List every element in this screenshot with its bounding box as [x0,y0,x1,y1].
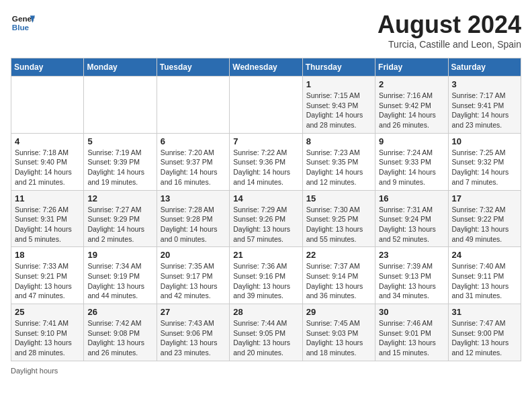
day-info: Sunrise: 7:16 AMSunset: 9:42 PMDaylight:… [379,91,444,130]
calendar-cell [11,77,84,134]
calendar-cell: 1Sunrise: 7:15 AMSunset: 9:43 PMDaylight… [302,77,375,134]
calendar-cell: 29Sunrise: 7:45 AMSunset: 9:03 PMDayligh… [302,304,375,361]
calendar-cell: 11Sunrise: 7:26 AMSunset: 9:31 PMDayligh… [11,190,84,247]
day-info: Sunrise: 7:18 AMSunset: 9:40 PMDaylight:… [15,148,80,187]
calendar-cell: 13Sunrise: 7:28 AMSunset: 9:28 PMDayligh… [157,190,229,247]
day-number: 6 [161,136,226,146]
calendar-cell [84,77,157,134]
day-number: 31 [452,307,517,317]
calendar-cell: 26Sunrise: 7:42 AMSunset: 9:08 PMDayligh… [84,304,157,361]
day-number: 17 [452,193,517,203]
day-info: Sunrise: 7:27 AMSunset: 9:29 PMDaylight:… [87,205,152,244]
calendar-cell: 5Sunrise: 7:19 AMSunset: 9:39 PMDaylight… [84,133,157,190]
day-number: 22 [306,250,371,260]
calendar-cell: 22Sunrise: 7:37 AMSunset: 9:14 PMDayligh… [302,247,375,304]
day-number: 12 [87,193,152,203]
day-header: Tuesday [157,58,229,77]
day-info: Sunrise: 7:20 AMSunset: 9:37 PMDaylight:… [161,148,226,187]
month-title: August 2024 [378,11,521,39]
day-info: Sunrise: 7:28 AMSunset: 9:28 PMDaylight:… [161,205,226,244]
day-info: Sunrise: 7:29 AMSunset: 9:26 PMDaylight:… [233,205,298,244]
calendar-table: SundayMondayTuesdayWednesdayThursdayFrid… [11,58,521,361]
calendar-cell: 12Sunrise: 7:27 AMSunset: 9:29 PMDayligh… [84,190,157,247]
logo-icon: General Blue [11,11,35,35]
day-number: 16 [379,193,444,203]
day-number: 26 [87,307,152,317]
day-info: Sunrise: 7:35 AMSunset: 9:17 PMDaylight:… [161,261,226,301]
calendar-cell: 24Sunrise: 7:40 AMSunset: 9:11 PMDayligh… [448,247,521,304]
svg-text:Blue: Blue [12,23,30,32]
calendar-cell: 25Sunrise: 7:41 AMSunset: 9:10 PMDayligh… [11,304,84,361]
calendar-cell: 8Sunrise: 7:23 AMSunset: 9:35 PMDaylight… [302,133,375,190]
day-number: 30 [379,307,444,317]
day-info: Sunrise: 7:23 AMSunset: 9:35 PMDaylight:… [306,148,371,187]
day-header: Friday [375,58,448,77]
day-info: Sunrise: 7:36 AMSunset: 9:16 PMDaylight:… [233,261,298,301]
day-number: 14 [233,193,298,203]
day-info: Sunrise: 7:32 AMSunset: 9:22 PMDaylight:… [452,205,517,244]
day-number: 13 [161,193,226,203]
footer: Daylight hours [11,367,521,375]
subtitle: Turcia, Castille and Leon, Spain [378,39,521,50]
day-info: Sunrise: 7:24 AMSunset: 9:33 PMDaylight:… [379,148,444,187]
day-header: Monday [84,58,157,77]
day-number: 1 [306,79,371,89]
day-number: 9 [379,136,444,146]
day-info: Sunrise: 7:26 AMSunset: 9:31 PMDaylight:… [15,205,80,244]
calendar-cell: 18Sunrise: 7:33 AMSunset: 9:21 PMDayligh… [11,247,84,304]
calendar-week: 25Sunrise: 7:41 AMSunset: 9:10 PMDayligh… [11,304,521,361]
calendar-cell: 14Sunrise: 7:29 AMSunset: 9:26 PMDayligh… [230,190,302,247]
calendar-cell: 28Sunrise: 7:44 AMSunset: 9:05 PMDayligh… [230,304,302,361]
calendar-cell: 4Sunrise: 7:18 AMSunset: 9:40 PMDaylight… [11,133,84,190]
calendar-cell [230,77,302,134]
calendar-cell: 31Sunrise: 7:47 AMSunset: 9:00 PMDayligh… [448,304,521,361]
calendar-cell: 7Sunrise: 7:22 AMSunset: 9:36 PMDaylight… [230,133,302,190]
day-info: Sunrise: 7:42 AMSunset: 9:08 PMDaylight:… [87,318,152,358]
calendar-cell: 17Sunrise: 7:32 AMSunset: 9:22 PMDayligh… [448,190,521,247]
day-number: 18 [15,250,80,260]
day-info: Sunrise: 7:17 AMSunset: 9:41 PMDaylight:… [452,91,517,130]
day-info: Sunrise: 7:15 AMSunset: 9:43 PMDaylight:… [306,91,371,130]
day-info: Sunrise: 7:46 AMSunset: 9:01 PMDaylight:… [379,318,444,358]
calendar-cell: 23Sunrise: 7:39 AMSunset: 9:13 PMDayligh… [375,247,448,304]
calendar-cell [157,77,229,134]
header: General Blue August 2024 Turcia, Castill… [11,11,521,50]
day-number: 23 [379,250,444,260]
day-header: Saturday [448,58,521,77]
calendar-week: 1Sunrise: 7:15 AMSunset: 9:43 PMDaylight… [11,77,521,134]
day-info: Sunrise: 7:33 AMSunset: 9:21 PMDaylight:… [15,261,80,301]
day-info: Sunrise: 7:37 AMSunset: 9:14 PMDaylight:… [306,261,371,301]
day-info: Sunrise: 7:31 AMSunset: 9:24 PMDaylight:… [379,205,444,244]
header-row: SundayMondayTuesdayWednesdayThursdayFrid… [11,58,521,77]
calendar-week: 11Sunrise: 7:26 AMSunset: 9:31 PMDayligh… [11,190,521,247]
day-info: Sunrise: 7:41 AMSunset: 9:10 PMDaylight:… [15,318,80,358]
calendar-cell: 2Sunrise: 7:16 AMSunset: 9:42 PMDaylight… [375,77,448,134]
day-info: Sunrise: 7:44 AMSunset: 9:05 PMDaylight:… [233,318,298,358]
calendar-cell: 3Sunrise: 7:17 AMSunset: 9:41 PMDaylight… [448,77,521,134]
calendar-cell: 30Sunrise: 7:46 AMSunset: 9:01 PMDayligh… [375,304,448,361]
day-header: Wednesday [230,58,302,77]
day-info: Sunrise: 7:45 AMSunset: 9:03 PMDaylight:… [306,318,371,358]
calendar-cell: 21Sunrise: 7:36 AMSunset: 9:16 PMDayligh… [230,247,302,304]
day-number: 8 [306,136,371,146]
day-number: 19 [87,250,152,260]
calendar-cell: 10Sunrise: 7:25 AMSunset: 9:32 PMDayligh… [448,133,521,190]
day-number: 2 [379,79,444,89]
day-info: Sunrise: 7:47 AMSunset: 9:00 PMDaylight:… [452,318,517,358]
day-number: 28 [233,307,298,317]
day-number: 4 [15,136,80,146]
title-area: August 2024 Turcia, Castille and Leon, S… [378,11,521,50]
day-info: Sunrise: 7:30 AMSunset: 9:25 PMDaylight:… [306,205,371,244]
calendar-week: 4Sunrise: 7:18 AMSunset: 9:40 PMDaylight… [11,133,521,190]
day-header: Sunday [11,58,84,77]
day-number: 5 [87,136,152,146]
day-info: Sunrise: 7:39 AMSunset: 9:13 PMDaylight:… [379,261,444,301]
day-number: 15 [306,193,371,203]
calendar-cell: 6Sunrise: 7:20 AMSunset: 9:37 PMDaylight… [157,133,229,190]
day-number: 24 [452,250,517,260]
day-info: Sunrise: 7:25 AMSunset: 9:32 PMDaylight:… [452,148,517,187]
day-header: Thursday [302,58,375,77]
calendar-week: 18Sunrise: 7:33 AMSunset: 9:21 PMDayligh… [11,247,521,304]
day-info: Sunrise: 7:34 AMSunset: 9:19 PMDaylight:… [87,261,152,301]
day-number: 25 [15,307,80,317]
